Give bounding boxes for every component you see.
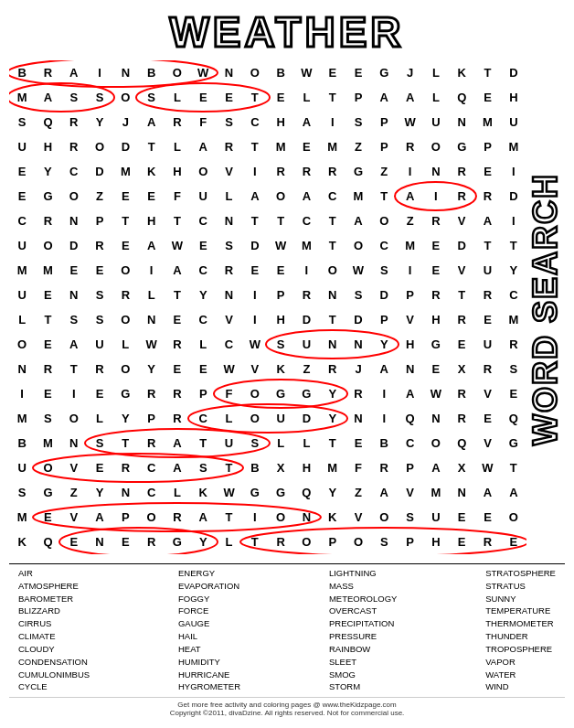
grid-cell: Y: [320, 480, 345, 505]
grid-cell: D: [242, 233, 268, 258]
grid-cell: Q: [35, 110, 60, 134]
grid-cell: E: [423, 258, 449, 283]
grid-cell: V: [345, 505, 371, 530]
grid-cell: W: [242, 332, 268, 357]
grid-cell: P: [371, 307, 397, 332]
grid-cell: K: [138, 159, 164, 184]
grid-cell: T: [320, 209, 345, 233]
grid-cell: R: [449, 307, 474, 332]
grid-cell: A: [138, 233, 164, 258]
grid-cell: U: [501, 110, 526, 134]
grid-cell: E: [345, 60, 371, 85]
grid-cell: S: [397, 505, 422, 530]
grid-cell: M: [293, 233, 319, 258]
grid-cell: T: [320, 85, 345, 110]
grid-cell: N: [216, 283, 241, 307]
grid-cell: Y: [138, 357, 164, 381]
word-item: SUNNY: [485, 594, 556, 605]
grid-cell: Z: [345, 134, 371, 159]
grid-cell: K: [190, 480, 216, 505]
grid-cell: S: [61, 85, 87, 110]
word-column: ENERGYEVAPORATIONFOGGYFORCEGAUGEHAILHEAT…: [178, 568, 240, 693]
grid-cell: R: [165, 332, 190, 357]
grid-cell: M: [423, 480, 449, 505]
word-item: BAROMETER: [18, 594, 90, 605]
grid-cell: S: [190, 455, 216, 480]
word-item: CLOUDY: [18, 644, 90, 656]
grid-cell: F: [345, 455, 371, 480]
grid-cell: D: [501, 184, 526, 209]
word-item: ENERGY: [178, 568, 240, 580]
grid-cell: U: [474, 258, 500, 283]
word-grid: BRAINBOWNOBWEEGJLKTDMASSOSLEETELTPAALQEH…: [9, 60, 526, 554]
grid-cell: M: [320, 134, 345, 159]
grid-cell: V: [397, 480, 422, 505]
grid-cell: E: [35, 381, 60, 406]
grid-cell: L: [268, 431, 293, 455]
grid-cell: E: [268, 85, 293, 110]
grid-cell: T: [320, 431, 345, 455]
grid-cell: N: [320, 332, 345, 357]
grid-cell: P: [397, 283, 422, 307]
grid-cell: H: [423, 307, 449, 332]
grid-cell: C: [293, 209, 319, 233]
grid-cell: G: [268, 480, 293, 505]
grid-cell: E: [87, 455, 112, 480]
grid-cell: M: [9, 85, 35, 110]
grid-cell: A: [371, 480, 397, 505]
grid-cell: A: [474, 209, 500, 233]
word-item: PRECIPITATION: [329, 618, 397, 630]
grid-cell: R: [216, 134, 241, 159]
grid-cell: V: [474, 381, 500, 406]
grid-cell: S: [371, 258, 397, 283]
grid-cell: W: [345, 258, 371, 283]
grid-cell: A: [87, 505, 112, 530]
grid-cell: T: [112, 431, 138, 455]
grid-cell: O: [242, 406, 268, 431]
word-item: MASS: [329, 581, 397, 593]
grid-area: BRAINBOWNOBWEEGJLKTDMASSOSLEETELTPAALQEH…: [9, 60, 526, 558]
grid-cell: O: [87, 134, 112, 159]
page: WEATHER BRAINBOWNOBWEEGJLKTDMASSOSLEETEL…: [0, 0, 574, 728]
grid-cell: R: [268, 530, 293, 554]
grid-cell: S: [35, 406, 60, 431]
grid-cell: E: [293, 134, 319, 159]
grid-cell: R: [35, 60, 60, 85]
grid-cell: L: [423, 60, 449, 85]
grid-cell: T: [216, 505, 241, 530]
grid-cell: W: [293, 60, 319, 85]
grid-cell: C: [190, 258, 216, 283]
grid-cell: R: [345, 381, 371, 406]
grid-cell: O: [35, 233, 60, 258]
grid-cell: I: [242, 159, 268, 184]
grid-cell: O: [61, 406, 87, 431]
grid-cell: I: [138, 258, 164, 283]
grid-cell: V: [216, 159, 241, 184]
grid-cell: U: [87, 332, 112, 357]
grid-cell: O: [345, 530, 371, 554]
grid-cell: C: [138, 455, 164, 480]
grid-cell: O: [112, 357, 138, 381]
grid-cell: U: [423, 505, 449, 530]
grid-cell: B: [268, 60, 293, 85]
word-item: EVAPORATION: [178, 581, 240, 593]
grid-cell: P: [345, 85, 371, 110]
grid-cell: R: [165, 505, 190, 530]
grid-cell: H: [165, 159, 190, 184]
grid-cell: F: [165, 184, 190, 209]
grid-cell: Y: [501, 258, 526, 283]
grid-cell: Y: [190, 530, 216, 554]
grid-cell: T: [242, 530, 268, 554]
grid-cell: S: [501, 357, 526, 381]
grid-cell: I: [397, 258, 422, 283]
grid-cell: E: [35, 505, 60, 530]
grid-cell: O: [268, 505, 293, 530]
grid-cell: E: [112, 530, 138, 554]
grid-cell: G: [35, 184, 60, 209]
grid-cell: T: [320, 233, 345, 258]
word-item: FORCE: [178, 605, 240, 617]
grid-cell: A: [397, 184, 422, 209]
grid-cell: T: [138, 134, 164, 159]
grid-cell: A: [397, 381, 422, 406]
grid-cell: Z: [371, 159, 397, 184]
